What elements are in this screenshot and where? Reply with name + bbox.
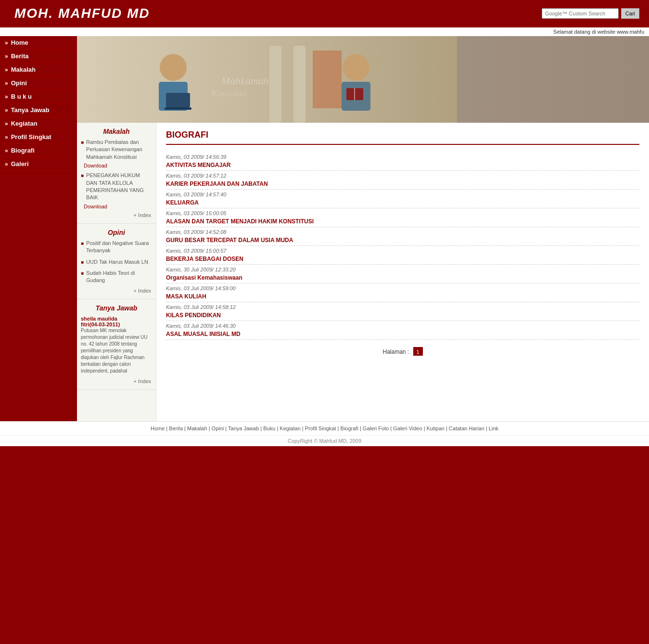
svg-rect-12: [166, 93, 190, 107]
page-title: BIOGRAFI: [166, 130, 639, 145]
footer-link-berita[interactable]: Berita: [169, 425, 183, 431]
svg-text:Konstitusi: Konstitusi: [212, 89, 247, 98]
bio-link-5[interactable]: BEKERJA SEBAGAI DOSEN: [166, 255, 639, 264]
welcome-bar: Selamat datang di website www.mahfu: [0, 26, 649, 36]
nav-arrow-kegiatan: »: [5, 120, 8, 127]
makalah-more-link[interactable]: + Index: [134, 212, 151, 218]
footer-link-kutipan[interactable]: Kutipan: [427, 425, 445, 431]
bio-item-5: Kamis, 03 2009/ 15:00:57 BEKERJA SEBAGAI…: [166, 246, 639, 265]
nav-label-opini: Opini: [11, 79, 27, 87]
nav-arrow-tanya-jawab: »: [5, 107, 8, 114]
download-link-1[interactable]: Download: [77, 204, 156, 209]
left-nav: » Home » Berita » Makalah » Opini » B u …: [0, 36, 77, 421]
search-input[interactable]: [542, 8, 619, 19]
svg-point-10: [160, 54, 187, 81]
sidebar-makalah-title: Makalah: [77, 125, 156, 137]
nav-item-opini[interactable]: » Opini: [0, 77, 77, 90]
nav-item-buku[interactable]: » B u k u: [0, 90, 77, 103]
footer-links: Home | Berita | Makalah | Opini | Tanya …: [0, 421, 649, 435]
nav-arrow-berita: »: [5, 53, 8, 60]
nav-label-buku: B u k u: [11, 93, 32, 100]
footer-link-galeri-video[interactable]: Galeri Video: [393, 425, 422, 431]
svg-rect-13: [165, 107, 191, 110]
page-number-1[interactable]: 1: [413, 347, 423, 356]
bio-link-8[interactable]: KILAS PENDIDIKAN: [166, 311, 639, 321]
main-content: BIOGRAFI Kamis, 03 2009/ 14:56:39 AKTIVI…: [156, 123, 649, 421]
bio-item-1: Kamis, 03 2009/ 14:57:12 KARIER PEKERJAA…: [166, 171, 639, 190]
nav-item-makalah[interactable]: » Makalah: [0, 63, 77, 77]
footer-link-tanya-jawab[interactable]: Tanya Jawab: [228, 425, 259, 431]
bio-link-0[interactable]: AKTIVITAS MENGAJAR: [166, 161, 639, 170]
footer-link-home[interactable]: Home: [151, 425, 165, 431]
sidebar-opini-more: + Index: [77, 286, 156, 296]
bullet-icon-opini-2: ■: [81, 270, 84, 276]
svg-rect-15: [293, 46, 305, 123]
sidebar-tanya-title: Tanya Jawab: [77, 302, 156, 313]
bio-date-8: Kamis, 03 Juli 2009/ 14:58:12: [166, 302, 639, 311]
nav-label-makalah: Makalah: [11, 66, 36, 73]
footer-link-profil-singkat[interactable]: Profil Singkat: [305, 425, 336, 431]
bio-item-3: Kamis, 03 2009/ 15:00:05 ALASAN DAN TARG…: [166, 208, 639, 227]
svg-rect-20: [313, 51, 342, 108]
bio-link-6[interactable]: Organisasi Kemahasiswaan: [166, 273, 639, 283]
svg-rect-14: [269, 46, 281, 123]
nav-item-galeri[interactable]: » Galeri: [0, 157, 77, 171]
nav-item-profil[interactable]: » Profil Singkat: [0, 130, 77, 144]
tanya-more-link[interactable]: + Index: [134, 378, 151, 384]
footer-link-buku[interactable]: Buku: [263, 425, 275, 431]
footer-link-biografi[interactable]: Biografi: [341, 425, 358, 431]
bio-link-1[interactable]: KARIER PEKERJAAN DAN JABATAN: [166, 180, 639, 189]
nav-arrow-makalah: »: [5, 66, 8, 73]
nav-item-berita[interactable]: » Berita: [0, 50, 77, 63]
footer-link-link[interactable]: Link: [489, 425, 498, 431]
footer-link-catatan-harian[interactable]: Catatan Harian: [449, 425, 484, 431]
tanya-user: sheila maulida: [81, 316, 152, 322]
bio-item-8: Kamis, 03 Juli 2009/ 14:58:12 KILAS PEND…: [166, 302, 639, 321]
sidebar-opini-link-0[interactable]: Positif dan Negative Suara Terbanyak: [86, 240, 152, 255]
sidebar-tanya-more: + Index: [77, 377, 156, 387]
sidebar-opini-item-2: ■ Sudah Habis Teori di Gudang: [77, 268, 156, 286]
bio-item-2: Kamis, 03 2009/ 14:57:40 KELUARGA: [166, 190, 639, 208]
nav-arrow-profil: »: [5, 134, 8, 141]
bullet-icon-opini-1: ■: [81, 259, 84, 265]
bio-link-3[interactable]: ALASAN DAN TARGET MENJADI HAKIM KONSTITU…: [166, 217, 639, 227]
footer-link-makalah[interactable]: Makalah: [187, 425, 207, 431]
bio-date-6: Kamis, 30 Juli 2009/ 12:33:20: [166, 265, 639, 273]
bio-item-9: Kamis, 03 Juli 2009/ 14:46:30 ASAL MUASA…: [166, 321, 639, 340]
bio-link-4[interactable]: GURU BESAR TERCEPAT DALAM USIA MUDA: [166, 236, 639, 245]
search-button[interactable]: Cari: [621, 8, 639, 19]
sidebar: Makalah ■ Rambu Pembatas dan Perluasan K…: [77, 123, 156, 421]
bio-date-5: Kamis, 03 2009/ 15:00:57: [166, 246, 639, 255]
nav-item-kegiatan[interactable]: » Kegiatan: [0, 117, 77, 130]
bio-link-2[interactable]: KELUARGA: [166, 198, 639, 208]
bio-item-6: Kamis, 30 Juli 2009/ 12:33:20 Organisasi…: [166, 265, 639, 283]
search-area: Cari: [542, 8, 644, 19]
bio-date-0: Kamis, 03 2009/ 14:56:39: [166, 152, 639, 161]
footer-link-opini[interactable]: Opini: [212, 425, 224, 431]
opini-more-link[interactable]: + Index: [134, 288, 151, 294]
bio-date-1: Kamis, 03 2009/ 14:57:12: [166, 171, 639, 180]
sidebar-makalah-link-0[interactable]: Rambu Pembatas dan Perluasan Kewenangan …: [86, 139, 152, 161]
svg-text:Mahkamah: Mahkamah: [221, 75, 269, 87]
sidebar-opini-link-1[interactable]: UUD Tak Harus Masuk LN: [86, 258, 148, 266]
sidebar-opini-title: Opini: [77, 226, 156, 238]
nav-arrow-biografi: »: [5, 147, 8, 154]
bullet-icon-1: ■: [81, 173, 84, 178]
sidebar-makalah-link-1[interactable]: PENEGAKAN HUKUM DAN TATA KELOLA PEMERINT…: [86, 172, 152, 202]
footer-copyright: CopyRight © Mahfud MD, 2009: [0, 435, 649, 446]
nav-arrow-opini: »: [5, 80, 8, 87]
bio-link-7[interactable]: MASA KULIAH: [166, 292, 639, 302]
download-link-0[interactable]: Download: [77, 163, 156, 168]
bio-item-4: Kamis, 03 2009/ 14:52:08 GURU BESAR TERC…: [166, 227, 639, 246]
nav-item-biografi[interactable]: » Biografi: [0, 144, 77, 157]
footer-link-galeri-foto[interactable]: Galeri Foto: [363, 425, 389, 431]
bio-link-9[interactable]: ASAL MUASAL INISIAL MD: [166, 330, 639, 339]
main-hero-image: Mahkamah Konstitusi: [77, 36, 457, 123]
nav-item-home[interactable]: » Home: [0, 36, 77, 50]
footer-link-kegiatan[interactable]: Kegiatan: [280, 425, 300, 431]
nav-item-tanya-jawab[interactable]: » Tanya Jawab: [0, 103, 77, 117]
bullet-icon-0: ■: [81, 140, 84, 145]
sidebar-makalah-item-1: ■ PENEGAKAN HUKUM DAN TATA KELOLA PEMERI…: [77, 170, 156, 204]
sidebar-makalah-item-0: ■ Rambu Pembatas dan Perluasan Kewenanga…: [77, 137, 156, 163]
sidebar-opini-link-2[interactable]: Sudah Habis Teori di Gudang: [86, 270, 152, 284]
